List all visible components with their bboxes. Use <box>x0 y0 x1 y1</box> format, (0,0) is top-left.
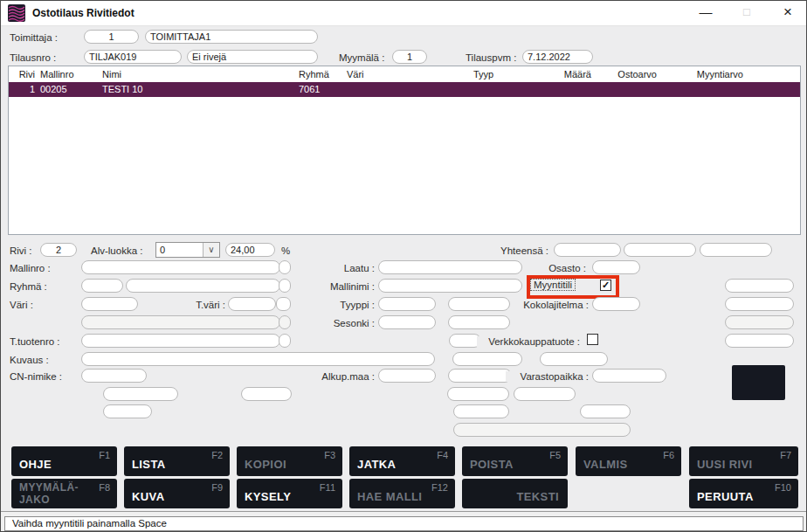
col-header-nimi: Nimi <box>102 69 121 79</box>
alv-luokka-select[interactable]: 0 ∨ <box>155 242 220 258</box>
alkupmaa-label: Alkup.maa : <box>305 371 375 382</box>
peruuta-button[interactable]: PERUUTA F10 <box>689 479 798 508</box>
fkey-label: F8 <box>99 482 110 493</box>
alkupmaa-field[interactable] <box>378 369 436 383</box>
ryhma-code-field[interactable] <box>81 279 123 293</box>
kysely-button[interactable]: KYSELY F11 <box>237 479 342 508</box>
toimittaja-name-field[interactable]: TOIMITTAJA1 <box>145 30 318 44</box>
blank-field-5[interactable] <box>103 404 152 418</box>
right-field-1[interactable] <box>725 279 794 293</box>
cn-nimike-field[interactable] <box>81 369 147 383</box>
percent-sign: % <box>281 245 290 256</box>
myymala-label: Myymälä : <box>339 52 384 63</box>
fkey-label: F4 <box>437 450 448 460</box>
mallinimi-field[interactable] <box>378 279 522 293</box>
right-field-2[interactable] <box>725 297 794 311</box>
varastopaikka-field[interactable] <box>592 369 666 383</box>
kokolajitelma-field[interactable] <box>592 297 640 311</box>
minimize-icon[interactable]: — <box>691 1 721 25</box>
tilausnro-label: Tilausnro : <box>10 52 56 63</box>
fkey-label: F11 <box>320 482 335 493</box>
tvari-field-cap <box>276 297 291 311</box>
mallinro-label: Mallinro : <box>10 263 51 273</box>
verkkokauppa-checkbox[interactable] <box>587 334 598 345</box>
button-label: POISTA <box>470 458 514 471</box>
kuvaus-field[interactable] <box>81 352 435 366</box>
close-icon[interactable]: × <box>773 1 803 25</box>
rivi-field[interactable]: 2 <box>40 243 77 257</box>
blank-field-6[interactable] <box>453 404 509 418</box>
ttuotenro-label: T.tuotenro : <box>10 336 60 347</box>
kopioi-button[interactable]: KOPIOI F3 <box>237 446 342 476</box>
tyyppi-field-1[interactable] <box>378 297 436 311</box>
poista-button[interactable]: POISTA F5 <box>462 446 568 476</box>
app-icon <box>8 4 25 22</box>
ohje-button[interactable]: OHJE F1 <box>11 446 117 476</box>
button-label: KYSELY <box>245 490 291 503</box>
kuva-button[interactable]: KUVA F9 <box>124 479 230 508</box>
col-header-maara: Määrä <box>555 69 591 79</box>
ttuotenro-field[interactable] <box>81 334 280 348</box>
yhteensa-field-1[interactable] <box>554 243 621 257</box>
vari-field[interactable] <box>81 297 138 311</box>
blank-field-8 <box>453 423 631 437</box>
tilauspvm-field[interactable]: 7.12.2022 <box>522 50 593 64</box>
blank-field-2[interactable] <box>241 387 292 401</box>
osasto-field[interactable] <box>592 260 640 274</box>
col-header-vari: Väri <box>347 69 364 79</box>
cell-ryhma: 7061 <box>299 84 320 94</box>
laatu-field[interactable] <box>378 260 522 274</box>
cn-nimike-label: CN-nimike : <box>10 371 62 382</box>
valmis-button[interactable]: VALMIS F6 <box>576 446 681 476</box>
button-label: HAE MALLI <box>357 490 422 503</box>
button-label: KUVA <box>132 490 164 503</box>
yhteensa-field-2[interactable] <box>624 243 696 257</box>
sesonki-field-1[interactable] <box>378 315 436 329</box>
button-label: JATKA <box>357 458 396 471</box>
lista-button[interactable]: LISTA F2 <box>124 446 230 476</box>
button-label: MYYMÄLÄ-JAKO <box>19 481 98 506</box>
blank-field-1[interactable] <box>103 387 178 401</box>
blank-field-4[interactable] <box>514 387 576 401</box>
teksti-button[interactable]: TEKSTI <box>462 479 568 508</box>
status-bar: Vaihda myyntitili painamalla Space <box>1 511 806 532</box>
myyntitili-checkbox[interactable]: ✓ <box>600 280 611 291</box>
myymala-field[interactable]: 1 <box>392 50 427 64</box>
yhteensa-field-3[interactable] <box>700 243 772 257</box>
mid-field-1[interactable] <box>452 352 522 366</box>
mallinro-field[interactable] <box>81 260 280 274</box>
ryhma-name-field[interactable] <box>126 279 280 293</box>
ryhma-label: Ryhmä : <box>10 281 47 292</box>
jatka-button[interactable]: JATKA F4 <box>349 446 455 476</box>
fkey-label: F12 <box>431 482 448 493</box>
myyntitili-label: Myyntitili <box>530 279 576 291</box>
right-field-4[interactable] <box>725 334 794 348</box>
tyyppi-field-2[interactable] <box>448 297 510 311</box>
blank-field-7[interactable] <box>580 404 631 418</box>
button-label: KOPIOI <box>245 458 286 471</box>
fkey-label: F7 <box>780 450 791 460</box>
cell-rivi: 1 <box>16 84 35 94</box>
table-row[interactable]: 1 00205 TESTI 10 7061 <box>9 82 800 97</box>
tvari-field[interactable] <box>228 297 276 311</box>
toimittaja-code-field[interactable]: 1 <box>84 30 139 44</box>
fkey-label: F3 <box>324 450 335 460</box>
col-header-rivi: Rivi <box>16 69 35 79</box>
chevron-down-icon[interactable]: ∨ <box>203 243 219 257</box>
col-header-myyntiarvo: Myyntiarvo <box>686 69 743 79</box>
blank-field-3[interactable] <box>447 387 509 401</box>
hae-malli-button[interactable]: HAE MALLI F12 <box>349 479 455 508</box>
mid-field-3[interactable] <box>448 369 512 383</box>
toimittaja-label: Toimittaja : <box>10 32 58 43</box>
fkey-label: F2 <box>211 450 223 460</box>
myymala-jako-button[interactable]: MYYMÄLÄ-JAKO F8 <box>11 479 117 508</box>
tilausnro-field[interactable]: TILJAK019 <box>84 50 182 64</box>
tyyppi-label: Tyyppi : <box>305 300 375 310</box>
col-header-mallinro: Mallinro <box>40 69 74 79</box>
alv-percent-field[interactable]: 24,00 <box>225 243 275 257</box>
sesonki-field-2[interactable] <box>448 315 510 329</box>
mid-field-2[interactable] <box>540 352 608 366</box>
order-lines-table: Rivi Mallinro Nimi Ryhmä Väri Tyyp Määrä… <box>8 66 801 235</box>
cell-mallinro: 00205 <box>40 84 67 94</box>
uusi-rivi-button[interactable]: UUSI RIVI F7 <box>689 446 798 476</box>
